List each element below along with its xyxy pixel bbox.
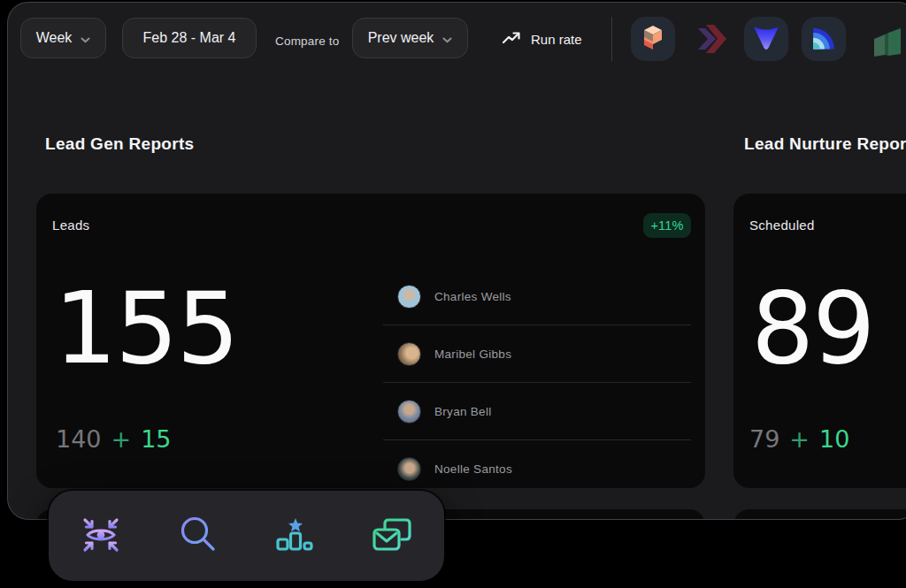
red-purple-chevrons-icon [695, 22, 729, 59]
period-dropdown-label: Week [36, 30, 73, 46]
date-range-button[interactable]: Feb 28 - Mar 4 [122, 18, 257, 58]
lead-gen-section-title: Lead Gen Reports [45, 134, 194, 154]
leads-people-list: Charles Wells Maribel Gibbs Bryan Bell N… [383, 268, 691, 488]
mail-campaigns-button[interactable] [369, 513, 415, 559]
scheduled-card-title: Scheduled [749, 218, 815, 233]
compare-period-label: Prev week [368, 30, 434, 46]
mail-campaigns-icon [371, 515, 413, 558]
focus-eye-icon [79, 514, 123, 559]
chevron-down-icon [81, 31, 90, 47]
run-rate-label: Run rate [531, 32, 582, 47]
compare-period-dropdown[interactable]: Prev week [352, 18, 468, 58]
focus-eye-button[interactable] [78, 513, 124, 559]
integration-chevron-layers-app[interactable] [695, 24, 729, 57]
next-row-card-stub [733, 509, 906, 520]
list-item[interactable]: Bryan Bell [383, 383, 691, 440]
integration-arcs-app[interactable] [802, 17, 846, 61]
orange-cube-icon [639, 23, 667, 55]
scheduled-delta-value: 10 [819, 425, 849, 453]
avatar [397, 457, 421, 481]
avatar [397, 342, 421, 366]
leads-value: 155 [54, 279, 238, 378]
leaderboard-star-icon [274, 515, 315, 558]
leads-delta-value: 15 [141, 425, 171, 453]
green-bars-icon [872, 24, 906, 63]
plus-sign: + [111, 425, 132, 453]
leads-previous-row: 140 + 15 [56, 425, 172, 453]
leads-card-title: Leads [52, 218, 89, 233]
leads-previous-value: 140 [56, 425, 102, 453]
plus-sign: + [789, 425, 810, 453]
leaderboard-star-button[interactable] [272, 513, 318, 559]
integration-funnel-app[interactable] [744, 17, 788, 61]
person-name: Maribel Gibbs [434, 347, 511, 361]
person-name: Bryan Bell [434, 405, 492, 418]
scheduled-card: Scheduled 89 79 + 10 [733, 194, 906, 488]
scheduled-previous-row: 79 + 10 [749, 425, 849, 453]
scheduled-previous-value: 79 [749, 425, 779, 453]
toolbar-divider [611, 17, 612, 61]
blue-arcs-icon [809, 22, 839, 56]
scheduled-value: 89 [751, 279, 874, 378]
integration-orange-cube-app[interactable] [631, 17, 675, 61]
list-item[interactable]: Noelle Santos [383, 440, 691, 488]
list-item[interactable]: Maribel Gibbs [383, 325, 691, 383]
period-dropdown[interactable]: Week [20, 18, 106, 58]
lead-nurture-section-title: Lead Nurture Reports [744, 134, 906, 154]
floating-action-toolbar [49, 491, 444, 581]
trending-up-icon [502, 30, 521, 48]
dashboard-window: Week Feb 28 - Mar 4 Compare to Prev week… [7, 2, 906, 520]
dashboard-screenshot: Week Feb 28 - Mar 4 Compare to Prev week… [0, 0, 906, 588]
blue-funnel-icon [750, 21, 782, 57]
person-name: Noelle Santos [434, 462, 512, 476]
avatar [397, 285, 421, 309]
integration-green-bars-app[interactable] [872, 26, 906, 61]
avatar [397, 400, 421, 424]
run-rate-toggle[interactable]: Run rate [502, 27, 582, 50]
search-analytics-button[interactable] [175, 513, 221, 559]
date-range-label: Feb 28 - Mar 4 [143, 30, 236, 46]
leads-card: Leads +11% 155 140 + 15 Charles Wells Ma… [36, 194, 705, 488]
leads-change-badge: +11% [643, 213, 691, 238]
compare-to-label: Compare to [275, 34, 340, 48]
list-item[interactable]: Charles Wells [383, 268, 691, 325]
search-analytics-icon [179, 515, 218, 558]
chevron-down-icon [442, 31, 452, 47]
person-name: Charles Wells [434, 290, 511, 303]
